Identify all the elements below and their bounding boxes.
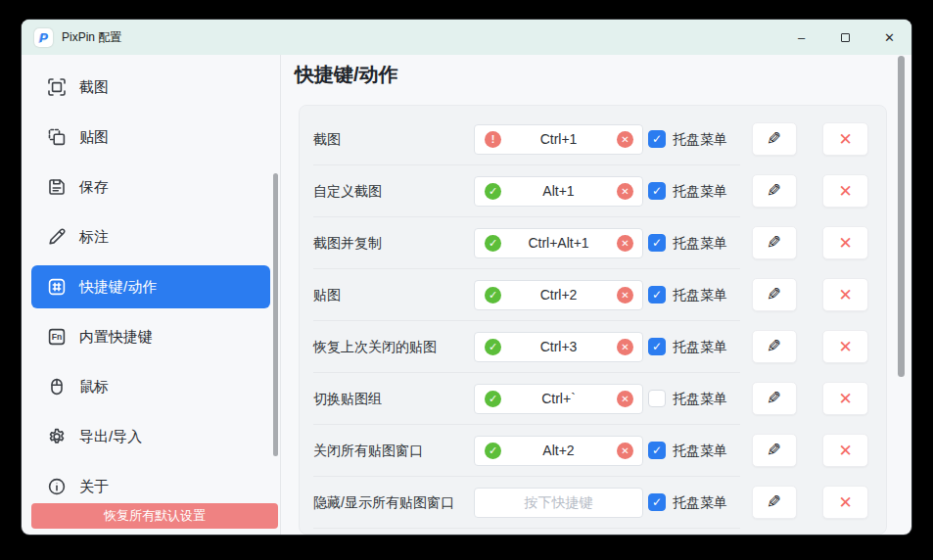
delete-x-icon: ✕	[838, 443, 852, 459]
sidebar-item-label: 保存	[79, 178, 109, 197]
status-ok-icon: ✓	[485, 235, 501, 252]
tray-menu-checkbox[interactable]	[648, 390, 666, 407]
delete-row-button[interactable]: ✕	[822, 122, 868, 156]
tray-menu-label: 托盘菜单	[673, 217, 727, 269]
status-ok-icon: ✓	[485, 287, 501, 303]
hotkey-input[interactable]: 按下快捷键	[474, 488, 643, 518]
tray-menu-checkbox[interactable]: ✓	[648, 234, 666, 252]
hotkey-input[interactable]: ✓Alt+2✕	[474, 436, 643, 466]
status-ok-icon: ✓	[485, 443, 501, 459]
tray-menu-checkbox[interactable]: ✓	[648, 130, 666, 148]
hotkey-grid-icon	[47, 277, 67, 297]
sidebar-item-builtin-hotkeys[interactable]: Fn内置快捷键	[31, 315, 270, 358]
edit-hotkey-button[interactable]: ✎	[752, 434, 797, 467]
sidebar-item-annotate[interactable]: 标注	[31, 215, 270, 258]
tray-menu-checkbox[interactable]: ✓	[648, 182, 666, 200]
delete-x-icon: ✕	[838, 235, 852, 252]
sidebar-item-label: 导出/导入	[79, 428, 142, 446]
edit-hotkey-button[interactable]: ✎	[752, 174, 797, 208]
delete-x-icon: ✕	[838, 131, 852, 148]
delete-x-icon: ✕	[838, 287, 852, 303]
clear-hotkey-icon[interactable]: ✕	[617, 443, 633, 459]
sidebar-item-label: 标注	[79, 228, 109, 247]
clear-hotkey-icon[interactable]: ✕	[617, 235, 633, 252]
delete-x-icon: ✕	[838, 391, 852, 407]
clear-hotkey-icon[interactable]: ✕	[617, 183, 633, 200]
sidebar-item-label: 快捷键/动作	[79, 278, 157, 297]
action-label: 恢复上次关闭的贴图	[313, 321, 437, 373]
sidebar-item-screenshot[interactable]: 截图	[31, 66, 270, 109]
edit-hotkey-button[interactable]: ✎	[752, 226, 797, 259]
hotkey-input[interactable]: ✓Alt+1✕	[474, 176, 643, 207]
sidebar: 截图贴图保存标注快捷键/动作Fn内置快捷键鼠标导出/导入关于 恢复所有默认设置	[22, 55, 281, 535]
pixpin-logo-icon: P	[34, 28, 53, 47]
pencil-icon: ✎	[767, 234, 781, 252]
delete-row-button[interactable]: ✕	[822, 278, 868, 311]
hotkey-placeholder: 按下快捷键	[475, 489, 642, 517]
window-title: PixPin 配置	[62, 29, 121, 46]
delete-x-icon: ✕	[838, 339, 852, 355]
sidebar-item-hotkeys-actions[interactable]: 快捷键/动作	[31, 265, 270, 308]
hotkey-row: 自定义截图✓Alt+1✕✓托盘菜单✎✕	[300, 165, 886, 217]
tray-menu-checkbox[interactable]: ✓	[648, 442, 666, 459]
pixpin-settings-window: P PixPin 配置 – ✕ 截图贴图保存标注快捷键/动作Fn内置快捷键鼠标导…	[22, 20, 911, 535]
edit-hotkey-button[interactable]: ✎	[752, 278, 797, 311]
tray-menu-label: 托盘菜单	[673, 269, 727, 321]
sidebar-item-about[interactable]: 关于	[31, 465, 270, 508]
sidebar-list: 截图贴图保存标注快捷键/动作Fn内置快捷键鼠标导出/导入关于	[22, 55, 280, 508]
screenshot-icon	[47, 77, 67, 97]
clear-hotkey-icon[interactable]: ✕	[617, 391, 633, 407]
titlebar: P PixPin 配置 – ✕	[22, 20, 911, 55]
pencil-icon: ✎	[767, 286, 781, 303]
delete-row-button[interactable]: ✕	[822, 486, 868, 519]
sidebar-item-mouse[interactable]: 鼠标	[31, 365, 270, 408]
hotkey-input[interactable]: ✓Ctrl+Alt+1✕	[474, 228, 643, 258]
delete-row-button[interactable]: ✕	[822, 174, 868, 208]
minimize-button[interactable]: –	[779, 20, 823, 55]
edit-hotkey-button[interactable]: ✎	[752, 122, 797, 156]
edit-hotkey-button[interactable]: ✎	[752, 330, 797, 363]
hotkey-input[interactable]: ✓Ctrl+`✕	[474, 384, 643, 414]
pencil-icon	[47, 227, 67, 247]
sidebar-item-pin-image[interactable]: 贴图	[31, 116, 270, 159]
maximize-button[interactable]	[823, 20, 867, 55]
hotkey-row: 切换贴图组✓Ctrl+`✕托盘菜单✎✕	[300, 373, 886, 425]
tray-menu-label: 托盘菜单	[673, 321, 727, 373]
edit-hotkey-button[interactable]: ✎	[752, 382, 797, 415]
hotkey-input[interactable]: ✓Ctrl+2✕	[474, 280, 643, 310]
tray-menu-label: 托盘菜单	[673, 114, 727, 165]
delete-row-button[interactable]: ✕	[822, 434, 868, 467]
hotkey-row: 隐藏/显示所有贴图窗口按下快捷键✓托盘菜单✎✕	[300, 477, 886, 529]
pencil-icon: ✎	[767, 442, 781, 459]
action-label: 关闭所有贴图窗口	[313, 425, 423, 477]
svg-text:Fn: Fn	[52, 332, 63, 342]
sidebar-scrollbar[interactable]	[273, 173, 278, 456]
clear-hotkey-icon[interactable]: ✕	[617, 131, 633, 148]
delete-row-button[interactable]: ✕	[822, 382, 868, 415]
tray-menu-checkbox[interactable]: ✓	[648, 286, 666, 303]
pencil-icon: ✎	[767, 390, 781, 407]
maximize-icon	[841, 33, 850, 42]
action-label: 切换贴图组	[313, 373, 382, 425]
hotkey-row: 截图并复制✓Ctrl+Alt+1✕✓托盘菜单✎✕	[300, 217, 886, 269]
content-scrollbar[interactable]	[898, 56, 905, 377]
close-button[interactable]: ✕	[867, 20, 911, 55]
clear-hotkey-icon[interactable]: ✕	[617, 339, 633, 355]
pencil-icon: ✎	[767, 338, 781, 355]
hotkey-input[interactable]: ✓Ctrl+3✕	[474, 332, 643, 362]
delete-row-button[interactable]: ✕	[822, 226, 868, 259]
edit-hotkey-button[interactable]: ✎	[752, 486, 797, 519]
tray-menu-checkbox[interactable]: ✓	[648, 338, 666, 355]
status-ok-icon: ✓	[485, 391, 501, 407]
hotkey-input[interactable]: !Ctrl+1✕	[474, 124, 643, 155]
tray-menu-label: 托盘菜单	[673, 425, 727, 477]
reset-defaults-button[interactable]: 恢复所有默认设置	[31, 503, 278, 529]
sidebar-item-label: 内置快捷键	[79, 328, 153, 347]
pencil-icon: ✎	[767, 182, 781, 200]
sidebar-item-export-import[interactable]: 导出/导入	[31, 415, 270, 458]
sidebar-item-save[interactable]: 保存	[31, 165, 270, 209]
tray-menu-checkbox[interactable]: ✓	[648, 493, 666, 511]
delete-row-button[interactable]: ✕	[822, 330, 868, 363]
delete-x-icon: ✕	[838, 494, 852, 511]
clear-hotkey-icon[interactable]: ✕	[617, 287, 633, 303]
